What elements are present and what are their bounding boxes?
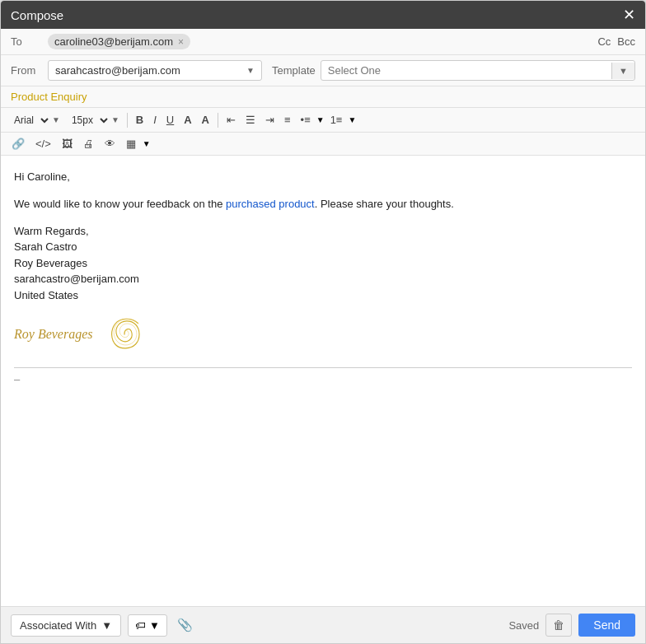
table-button[interactable]: ▦ xyxy=(122,135,140,152)
compose-fields: To caroline03@berijam.com × Cc Bcc From … xyxy=(1,29,645,108)
text-highlight-button[interactable]: A xyxy=(198,111,213,128)
font-family-select[interactable]: Arial xyxy=(7,112,51,128)
message-plain: We would like to know your feedback on t… xyxy=(14,198,226,210)
from-value: sarahcastro@berijam.com xyxy=(55,64,180,77)
align-left-button[interactable]: ⇤ xyxy=(222,111,240,128)
compose-header: Compose ✕ xyxy=(1,1,645,29)
to-chip-remove[interactable]: × xyxy=(178,36,184,48)
greeting-text: Hi Caroline, xyxy=(14,170,70,183)
logo-text: Roy Beverages xyxy=(14,324,93,345)
compose-title: Compose xyxy=(11,8,63,22)
bullet-arrow[interactable]: ▼ xyxy=(316,115,325,124)
bold-button[interactable]: B xyxy=(132,111,147,128)
template-select-wrap[interactable]: ▼ xyxy=(321,60,635,81)
bcc-button[interactable]: Bcc xyxy=(617,35,635,48)
logo-spiral xyxy=(100,310,149,359)
from-label: From xyxy=(11,64,48,77)
body-signature: Warm Regards, Sarah Castro Roy Beverages… xyxy=(14,223,632,304)
associated-with-button[interactable]: Associated With ▼ xyxy=(11,614,121,637)
body-content: Hi Caroline, We would like to know your … xyxy=(14,169,632,389)
numbered-list-button[interactable]: 1≡ xyxy=(326,111,347,128)
logo-area: Roy Beverages xyxy=(14,310,632,359)
font-family-group: Arial ▼ xyxy=(7,112,60,128)
tag-icon: 🏷 xyxy=(135,619,146,632)
from-row: From sarahcastro@berijam.com ▼ Template … xyxy=(1,55,645,86)
body-greeting: Hi Caroline, xyxy=(14,169,632,186)
subject-row: Product Enquiry xyxy=(1,86,645,108)
italic-button[interactable]: I xyxy=(149,111,161,128)
subject-text[interactable]: Product Enquiry xyxy=(11,91,87,103)
align-right-button[interactable]: ⇥ xyxy=(261,111,279,128)
image-button[interactable]: 🖼 xyxy=(58,135,77,152)
divider1 xyxy=(127,113,128,128)
to-label: To xyxy=(11,35,48,48)
sig-company: Roy Beverages xyxy=(14,255,632,272)
template-input[interactable] xyxy=(321,61,611,80)
to-chip[interactable]: caroline03@berijam.com × xyxy=(48,34,190,49)
number-arrow[interactable]: ▼ xyxy=(348,115,356,124)
preview-button[interactable]: 👁 xyxy=(101,135,119,152)
toolbar-row1: Arial ▼ 15px ▼ B I U A A ⇤ ☰ ⇥ ≡ •≡ ▼ 1≡… xyxy=(1,108,645,133)
from-select[interactable]: sarahcastro@berijam.com ▼ xyxy=(48,60,262,81)
divider2 xyxy=(218,113,218,128)
signature-divider xyxy=(14,367,632,368)
template-label: Template xyxy=(272,64,316,77)
associated-with-label: Associated With xyxy=(20,619,96,632)
to-email: caroline03@berijam.com xyxy=(54,35,173,48)
compose-body[interactable]: Hi Caroline, We would like to know your … xyxy=(1,156,645,606)
align-center-button[interactable]: ☰ xyxy=(241,111,260,128)
associated-with-arrow: ▼ xyxy=(101,619,112,632)
compose-window: Compose ✕ To caroline03@berijam.com × Cc… xyxy=(0,0,646,644)
cc-bcc-buttons: Cc Bcc xyxy=(597,35,635,48)
bullet-list-button[interactable]: •≡ xyxy=(297,111,315,128)
compose-footer: Associated With ▼ 🏷 ▼ 📎 Saved 🗑 Send xyxy=(1,606,645,643)
send-button[interactable]: Send xyxy=(578,614,635,637)
cc-button[interactable]: Cc xyxy=(597,35,611,48)
font-color-button[interactable]: A xyxy=(180,111,195,128)
font-size-group: 15px ▼ xyxy=(65,112,119,128)
saved-status: Saved xyxy=(508,619,539,632)
message-highlight: purchased product xyxy=(226,198,315,210)
code-button[interactable]: </> xyxy=(31,135,55,152)
font-size-select[interactable]: 15px xyxy=(65,112,110,128)
template-dropdown-btn[interactable]: ▼ xyxy=(611,63,634,79)
print-button[interactable]: 🖨 xyxy=(79,135,98,152)
link-button[interactable]: 🔗 xyxy=(7,135,29,152)
sig-name: Sarah Castro xyxy=(14,239,632,255)
regards-text: Warm Regards, xyxy=(14,223,632,240)
align-justify-button[interactable]: ≡ xyxy=(280,111,295,128)
font-size-arrow: ▼ xyxy=(111,115,119,124)
delete-button[interactable]: 🗑 xyxy=(545,614,572,637)
toolbar-row2: 🔗 </> 🖼 🖨 👁 ▦ ▼ xyxy=(1,133,645,156)
tag-arrow: ▼ xyxy=(149,619,160,632)
template-area: Template ▼ xyxy=(272,60,635,81)
dash-line: – xyxy=(14,371,632,389)
from-dropdown-arrow: ▼ xyxy=(246,66,255,75)
attach-button[interactable]: 📎 xyxy=(174,614,196,636)
sig-location: United States xyxy=(14,287,632,304)
font-family-arrow: ▼ xyxy=(52,115,60,124)
underline-button[interactable]: U xyxy=(162,111,178,128)
to-row: To caroline03@berijam.com × Cc Bcc xyxy=(1,29,645,55)
message-end: . Please share your thoughts. xyxy=(315,198,454,210)
tag-button[interactable]: 🏷 ▼ xyxy=(128,614,167,637)
close-button[interactable]: ✕ xyxy=(623,7,635,22)
table-arrow[interactable]: ▼ xyxy=(143,139,151,148)
body-message: We would like to know your feedback on t… xyxy=(14,196,632,213)
sig-email: sarahcastro@berijam.com xyxy=(14,271,632,287)
